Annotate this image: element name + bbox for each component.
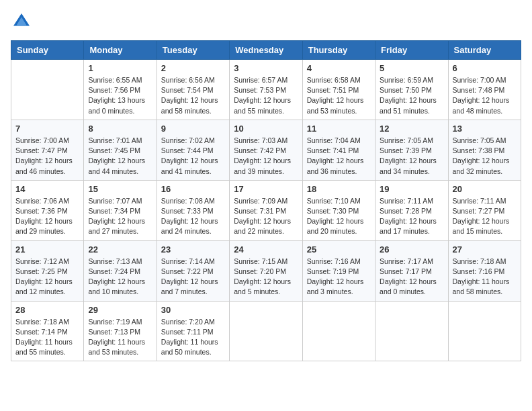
day-info: Sunrise: 7:18 AM Sunset: 7:16 PM Dayligh… — [453, 257, 517, 298]
weekday-header: Monday — [84, 41, 157, 60]
calendar-cell: 19Sunrise: 7:11 AM Sunset: 7:28 PM Dayli… — [375, 180, 448, 240]
day-info: Sunrise: 7:11 AM Sunset: 7:28 PM Dayligh… — [380, 196, 443, 237]
day-number: 20 — [453, 184, 517, 194]
weekday-header: Saturday — [448, 41, 521, 60]
calendar-cell: 27Sunrise: 7:18 AM Sunset: 7:16 PM Dayli… — [448, 240, 521, 301]
calendar-cell: 5Sunrise: 6:59 AM Sunset: 7:50 PM Daylig… — [375, 60, 448, 120]
day-number: 25 — [307, 244, 371, 255]
calendar-cell: 8Sunrise: 7:01 AM Sunset: 7:45 PM Daylig… — [84, 120, 157, 180]
weekday-header: Wednesday — [230, 41, 302, 60]
calendar-cell — [230, 301, 302, 361]
day-number: 11 — [307, 124, 371, 134]
day-number: 2 — [161, 63, 225, 73]
day-info: Sunrise: 7:04 AM Sunset: 7:41 PM Dayligh… — [307, 136, 371, 177]
calendar-table: SundayMondayTuesdayWednesdayThursdayFrid… — [11, 40, 521, 361]
calendar-cell: 3Sunrise: 6:57 AM Sunset: 7:53 PM Daylig… — [230, 60, 302, 120]
day-info: Sunrise: 7:14 AM Sunset: 7:22 PM Dayligh… — [161, 257, 225, 298]
day-info: Sunrise: 7:03 AM Sunset: 7:42 PM Dayligh… — [234, 136, 298, 177]
calendar-cell: 4Sunrise: 6:58 AM Sunset: 7:51 PM Daylig… — [302, 60, 375, 120]
day-number: 28 — [15, 305, 79, 315]
day-number: 23 — [161, 244, 225, 255]
calendar-week-row: 14Sunrise: 7:06 AM Sunset: 7:36 PM Dayli… — [11, 180, 521, 240]
day-number: 22 — [88, 244, 152, 255]
day-info: Sunrise: 7:11 AM Sunset: 7:27 PM Dayligh… — [453, 196, 517, 237]
calendar-cell: 20Sunrise: 7:11 AM Sunset: 7:27 PM Dayli… — [448, 180, 521, 240]
calendar-cell — [302, 301, 375, 361]
day-info: Sunrise: 7:18 AM Sunset: 7:14 PM Dayligh… — [15, 317, 79, 358]
day-info: Sunrise: 7:12 AM Sunset: 7:25 PM Dayligh… — [15, 257, 79, 298]
day-number: 13 — [453, 124, 517, 134]
day-number: 5 — [380, 63, 443, 73]
calendar-cell: 23Sunrise: 7:14 AM Sunset: 7:22 PM Dayli… — [157, 240, 229, 301]
calendar-cell: 14Sunrise: 7:06 AM Sunset: 7:36 PM Dayli… — [11, 180, 84, 240]
calendar-cell — [448, 301, 521, 361]
day-info: Sunrise: 7:16 AM Sunset: 7:19 PM Dayligh… — [307, 257, 371, 298]
calendar-cell: 2Sunrise: 6:56 AM Sunset: 7:54 PM Daylig… — [157, 60, 229, 120]
calendar-cell — [375, 301, 448, 361]
day-number: 8 — [88, 124, 152, 134]
day-number: 6 — [453, 63, 517, 73]
day-number: 17 — [234, 184, 298, 194]
day-number: 7 — [15, 124, 79, 134]
calendar-cell: 1Sunrise: 6:55 AM Sunset: 7:56 PM Daylig… — [84, 60, 157, 120]
calendar-cell: 26Sunrise: 7:17 AM Sunset: 7:17 PM Dayli… — [375, 240, 448, 301]
weekday-header: Tuesday — [157, 41, 229, 60]
calendar-cell: 18Sunrise: 7:10 AM Sunset: 7:30 PM Dayli… — [302, 180, 375, 240]
calendar-cell: 15Sunrise: 7:07 AM Sunset: 7:34 PM Dayli… — [84, 180, 157, 240]
day-info: Sunrise: 6:55 AM Sunset: 7:56 PM Dayligh… — [88, 75, 152, 116]
day-number: 27 — [453, 244, 517, 255]
day-number: 30 — [161, 305, 225, 315]
day-info: Sunrise: 7:00 AM Sunset: 7:47 PM Dayligh… — [15, 136, 79, 177]
day-info: Sunrise: 6:58 AM Sunset: 7:51 PM Dayligh… — [307, 75, 371, 116]
day-info: Sunrise: 6:57 AM Sunset: 7:53 PM Dayligh… — [234, 75, 298, 116]
day-info: Sunrise: 7:20 AM Sunset: 7:11 PM Dayligh… — [161, 317, 225, 358]
day-number: 24 — [234, 244, 298, 255]
day-number: 29 — [88, 305, 152, 315]
calendar-week-row: 28Sunrise: 7:18 AM Sunset: 7:14 PM Dayli… — [11, 301, 521, 361]
day-number: 9 — [161, 124, 225, 134]
day-info: Sunrise: 7:05 AM Sunset: 7:38 PM Dayligh… — [453, 136, 517, 177]
calendar-cell: 10Sunrise: 7:03 AM Sunset: 7:42 PM Dayli… — [230, 120, 302, 180]
calendar-week-row: 21Sunrise: 7:12 AM Sunset: 7:25 PM Dayli… — [11, 240, 521, 301]
day-number: 18 — [307, 184, 371, 194]
calendar-cell: 11Sunrise: 7:04 AM Sunset: 7:41 PM Dayli… — [302, 120, 375, 180]
day-info: Sunrise: 7:19 AM Sunset: 7:13 PM Dayligh… — [88, 317, 152, 358]
day-number: 26 — [380, 244, 443, 255]
day-number: 19 — [380, 184, 443, 194]
calendar-week-row: 7Sunrise: 7:00 AM Sunset: 7:47 PM Daylig… — [11, 120, 521, 180]
calendar-cell: 25Sunrise: 7:16 AM Sunset: 7:19 PM Dayli… — [302, 240, 375, 301]
calendar-cell: 12Sunrise: 7:05 AM Sunset: 7:39 PM Dayli… — [375, 120, 448, 180]
calendar-cell: 9Sunrise: 7:02 AM Sunset: 7:44 PM Daylig… — [157, 120, 229, 180]
weekday-header: Friday — [375, 41, 448, 60]
day-info: Sunrise: 6:56 AM Sunset: 7:54 PM Dayligh… — [161, 75, 225, 116]
calendar-cell: 30Sunrise: 7:20 AM Sunset: 7:11 PM Dayli… — [157, 301, 229, 361]
calendar-cell: 22Sunrise: 7:13 AM Sunset: 7:24 PM Dayli… — [84, 240, 157, 301]
calendar-cell: 24Sunrise: 7:15 AM Sunset: 7:20 PM Dayli… — [230, 240, 302, 301]
calendar-cell: 28Sunrise: 7:18 AM Sunset: 7:14 PM Dayli… — [11, 301, 84, 361]
day-number: 10 — [234, 124, 298, 134]
page-header — [11, 11, 521, 32]
day-number: 21 — [15, 244, 79, 255]
calendar-header-row: SundayMondayTuesdayWednesdayThursdayFrid… — [11, 41, 521, 60]
day-info: Sunrise: 7:17 AM Sunset: 7:17 PM Dayligh… — [380, 257, 443, 298]
day-info: Sunrise: 7:13 AM Sunset: 7:24 PM Dayligh… — [88, 257, 152, 298]
weekday-header: Thursday — [302, 41, 375, 60]
day-number: 3 — [234, 63, 298, 73]
day-number: 1 — [88, 63, 152, 73]
day-info: Sunrise: 7:06 AM Sunset: 7:36 PM Dayligh… — [15, 196, 79, 237]
calendar-cell: 7Sunrise: 7:00 AM Sunset: 7:47 PM Daylig… — [11, 120, 84, 180]
day-info: Sunrise: 7:01 AM Sunset: 7:45 PM Dayligh… — [88, 136, 152, 177]
calendar-cell: 17Sunrise: 7:09 AM Sunset: 7:31 PM Dayli… — [230, 180, 302, 240]
calendar-week-row: 1Sunrise: 6:55 AM Sunset: 7:56 PM Daylig… — [11, 60, 521, 120]
day-number: 12 — [380, 124, 443, 134]
weekday-header: Sunday — [11, 41, 84, 60]
day-number: 4 — [307, 63, 371, 73]
calendar-cell: 29Sunrise: 7:19 AM Sunset: 7:13 PM Dayli… — [84, 301, 157, 361]
day-info: Sunrise: 7:00 AM Sunset: 7:48 PM Dayligh… — [453, 75, 517, 116]
day-info: Sunrise: 7:15 AM Sunset: 7:20 PM Dayligh… — [234, 257, 298, 298]
calendar-cell: 16Sunrise: 7:08 AM Sunset: 7:33 PM Dayli… — [157, 180, 229, 240]
day-info: Sunrise: 7:09 AM Sunset: 7:31 PM Dayligh… — [234, 196, 298, 237]
day-info: Sunrise: 7:10 AM Sunset: 7:30 PM Dayligh… — [307, 196, 371, 237]
day-info: Sunrise: 7:05 AM Sunset: 7:39 PM Dayligh… — [380, 136, 443, 177]
calendar-cell: 6Sunrise: 7:00 AM Sunset: 7:48 PM Daylig… — [448, 60, 521, 120]
